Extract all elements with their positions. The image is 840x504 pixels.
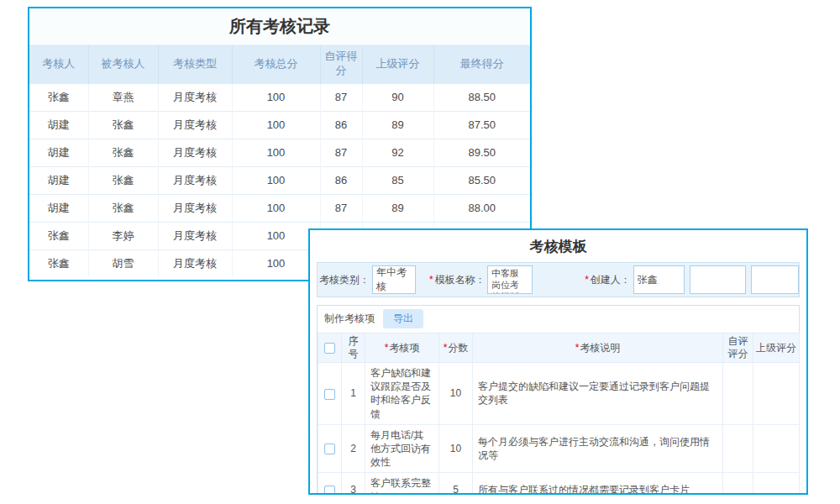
col-assessor: 考核人 bbox=[29, 45, 88, 83]
required-mark: * bbox=[429, 274, 433, 286]
required-mark: * bbox=[444, 342, 448, 354]
table-cell bbox=[723, 424, 753, 473]
table-cell: 月度考核 bbox=[158, 194, 232, 222]
empty-field[interactable] bbox=[690, 265, 746, 294]
template-name-field[interactable]: 2020年中客服岗位考核模版 bbox=[487, 265, 533, 294]
desktop-canvas: 所有考核记录 考核人 被考核人 考核类型 考核总分 自评得分 上级评分 最终得分… bbox=[0, 0, 840, 504]
items-header-row: 序号 *考核项 *分数 *考核说明 自评评分 上级评分 bbox=[318, 333, 800, 363]
records-panel-title: 所有考核记录 bbox=[29, 8, 530, 45]
table-cell: 89.50 bbox=[433, 139, 530, 166]
category-label: 考核类别： bbox=[318, 273, 370, 287]
col-superior-rating: 上级评分 bbox=[753, 333, 800, 363]
items-table-body: 1客户缺陷和建议跟踪是否及时和给客户反馈10客户提交的缺陷和建议一定要通过记录到… bbox=[318, 363, 800, 496]
table-cell: 100 bbox=[232, 111, 320, 139]
required-mark: * bbox=[575, 342, 580, 354]
table-cell: 87.50 bbox=[433, 111, 530, 139]
table-cell: 88.00 bbox=[433, 194, 530, 222]
table-row: 1客户缺陷和建议跟踪是否及时和给客户反馈10客户提交的缺陷和建议一定要通过记录到… bbox=[318, 363, 800, 425]
col-item: *考核项 bbox=[365, 333, 439, 363]
table-cell: 100 bbox=[232, 83, 320, 111]
table-cell: 每个月必须与客户进行主动交流和沟通，询问使用情况等 bbox=[473, 424, 723, 473]
row-checkbox[interactable] bbox=[324, 486, 335, 495]
table-cell: 88.50 bbox=[433, 83, 530, 111]
col-self-rating: 自评评分 bbox=[723, 333, 753, 363]
row-checkbox[interactable] bbox=[324, 389, 335, 400]
table-cell bbox=[753, 363, 800, 425]
table-cell bbox=[723, 473, 753, 495]
table-cell: 5 bbox=[439, 473, 473, 495]
required-mark: * bbox=[585, 274, 589, 286]
table-cell: 89 bbox=[362, 111, 433, 139]
table-cell: 100 bbox=[232, 166, 320, 194]
table-cell: 10 bbox=[439, 424, 473, 473]
table-cell: 客户联系完整性 bbox=[365, 473, 439, 495]
table-cell: 87 bbox=[320, 194, 362, 222]
template-form: 考核类别： 年中考核 *模板名称： 2020年中客服岗位考核模版 *创建人： 张… bbox=[317, 262, 800, 297]
table-cell: 89 bbox=[362, 194, 433, 222]
table-cell: 月度考核 bbox=[158, 83, 232, 111]
export-button[interactable]: 导出 bbox=[383, 309, 423, 328]
table-cell: 客户提交的缺陷和建议一定要通过记录到客户问题提交列表 bbox=[473, 363, 723, 425]
template-panel: 考核模板 考核类别： 年中考核 *模板名称： 2020年中客服岗位考核模版 *创… bbox=[308, 228, 808, 495]
table-cell: 100 bbox=[232, 249, 320, 277]
table-cell: 月度考核 bbox=[158, 249, 232, 277]
table-cell: 86 bbox=[320, 166, 362, 194]
select-all-checkbox[interactable] bbox=[324, 343, 335, 354]
col-final-score: 最终得分 bbox=[433, 45, 530, 83]
table-cell: 10 bbox=[439, 363, 473, 425]
select-all-cell bbox=[318, 333, 342, 363]
table-row: 张鑫章燕月度考核100879088.50 bbox=[29, 83, 530, 111]
table-cell: 3 bbox=[342, 473, 365, 495]
table-cell: 张鑫 bbox=[88, 111, 158, 139]
table-cell: 月度考核 bbox=[158, 139, 232, 166]
table-cell bbox=[723, 363, 753, 425]
table-cell: 张鑫 bbox=[29, 83, 88, 111]
required-mark: * bbox=[385, 342, 389, 354]
template-panel-title: 考核模板 bbox=[310, 230, 806, 262]
table-cell: 胡建 bbox=[29, 194, 88, 222]
table-row: 胡建张鑫月度考核100868585.50 bbox=[29, 166, 530, 194]
table-cell: 张鑫 bbox=[88, 194, 158, 222]
row-select-cell bbox=[318, 363, 342, 425]
table-cell: 100 bbox=[232, 194, 320, 222]
records-header-row: 考核人 被考核人 考核类型 考核总分 自评得分 上级评分 最终得分 bbox=[29, 45, 530, 83]
table-cell bbox=[753, 473, 800, 495]
table-cell: 张鑫 bbox=[88, 166, 158, 194]
items-table: 序号 *考核项 *分数 *考核说明 自评评分 上级评分 1客户缺陷和建议跟踪是否… bbox=[318, 333, 800, 495]
table-cell: 月度考核 bbox=[158, 166, 232, 194]
table-cell: 90 bbox=[362, 83, 433, 111]
table-cell: 1 bbox=[342, 363, 365, 425]
col-type: 考核类型 bbox=[158, 45, 232, 83]
col-description: *考核说明 bbox=[473, 333, 723, 363]
table-cell bbox=[753, 424, 800, 473]
table-cell: 87 bbox=[320, 139, 362, 166]
creator-field[interactable]: 张鑫 bbox=[633, 265, 685, 294]
table-cell: 胡雪 bbox=[88, 249, 158, 277]
col-superior-score: 上级评分 bbox=[362, 45, 433, 83]
row-select-cell bbox=[318, 473, 342, 495]
table-row: 胡建张鑫月度考核100878988.00 bbox=[29, 194, 530, 222]
table-cell: 月度考核 bbox=[158, 111, 232, 139]
col-total-score: 考核总分 bbox=[232, 45, 320, 83]
table-row: 3客户联系完整性5所有与客户联系过的情况都需要记录到客户卡片 bbox=[318, 473, 800, 495]
table-cell: 每月电话/其他方式回访有效性 bbox=[365, 424, 439, 473]
table-cell: 85.50 bbox=[433, 166, 530, 194]
row-select-cell bbox=[318, 424, 342, 473]
table-cell: 2 bbox=[342, 424, 365, 473]
table-cell: 张鑫 bbox=[88, 139, 158, 166]
table-cell: 胡建 bbox=[29, 111, 88, 139]
empty-field[interactable] bbox=[751, 265, 799, 294]
table-cell: 87 bbox=[320, 83, 362, 111]
table-cell: 李婷 bbox=[88, 222, 158, 249]
table-cell: 客户缺陷和建议跟踪是否及时和给客户反馈 bbox=[365, 363, 439, 425]
row-checkbox[interactable] bbox=[324, 444, 335, 454]
col-assessee: 被考核人 bbox=[88, 45, 158, 83]
table-row: 胡建张鑫月度考核100879289.50 bbox=[29, 139, 530, 166]
table-cell: 章燕 bbox=[88, 83, 158, 111]
table-cell: 所有与客户联系过的情况都需要记录到客户卡片 bbox=[473, 473, 723, 495]
table-cell: 100 bbox=[232, 139, 320, 166]
col-self-score: 自评得分 bbox=[320, 45, 362, 83]
category-field[interactable]: 年中考核 bbox=[372, 265, 416, 294]
table-cell: 月度考核 bbox=[158, 222, 232, 249]
table-cell: 胡建 bbox=[29, 139, 88, 166]
